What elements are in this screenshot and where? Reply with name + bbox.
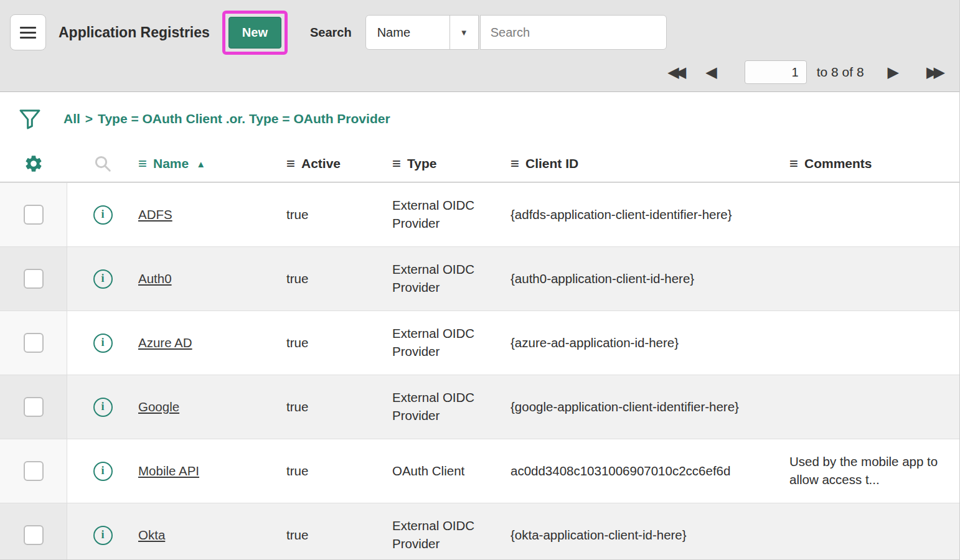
column-header-comments[interactable]: ≡ Comments [789,155,959,172]
first-page-button[interactable]: ◀◀ [665,63,684,81]
row-checkbox[interactable] [24,269,44,289]
row-checkbox[interactable] [24,333,44,353]
search-field-dropdown[interactable]: Name ▼ [365,15,479,50]
cell-client-id: {auth0-application-client-id-here} [511,247,789,310]
info-icon[interactable]: i [93,205,113,225]
table-row: i Google true External OIDC Provider {go… [0,375,959,439]
cell-client-id: {adfds-application-client-identifier-her… [511,183,789,246]
row-checkbox[interactable] [24,525,44,545]
cell-active: true [286,247,392,310]
table-row: i ADFS true External OIDC Provider {adfd… [0,182,959,246]
table-row: i Okta true External OIDC Provider {okta… [0,503,959,560]
cell-comments: Used by the mobile app to allow access t… [789,439,959,503]
column-menu-icon[interactable]: ≡ [392,155,401,172]
cell-type: External OIDC Provider [392,375,511,439]
table-row: i Auth0 true External OIDC Provider {aut… [0,246,959,310]
info-icon[interactable]: i [93,526,113,545]
record-link[interactable]: Mobile API [138,462,199,480]
cell-client-id: ac0dd3408c1031006907010c2cc6ef6d [511,439,789,503]
breadcrumb: All>Type = OAuth Client .or. Type = OAut… [64,111,390,126]
cell-comments [789,183,959,246]
cell-comments [789,503,959,560]
record-link[interactable]: Azure AD [138,334,192,352]
record-link[interactable]: Google [138,398,179,416]
table-row: i Azure AD true External OIDC Provider {… [0,310,959,375]
next-page-button[interactable]: ▶ [885,63,901,81]
header-bar: Application Registries New Search Name ▼… [0,0,959,92]
last-page-button[interactable]: ▶▶ [924,63,943,81]
record-link[interactable]: Auth0 [138,270,172,288]
cell-comments [789,375,959,439]
search-icon[interactable] [93,154,112,173]
cell-active: true [286,311,392,375]
cell-client-id: {azure-ad-application-id-here} [511,311,789,375]
page-number-input[interactable] [745,60,807,84]
table-row: i Mobile API true OAuth Client ac0dd3408… [0,439,959,503]
filter-funnel-icon[interactable] [17,106,42,131]
cell-type: External OIDC Provider [392,183,511,246]
header-row-main: Application Registries New Search Name ▼ [0,0,959,56]
filter-breadcrumb-row: All>Type = OAuth Client .or. Type = OAut… [0,92,959,146]
cell-client-id: {okta-application-client-id-here} [511,503,789,560]
hamburger-menu-button[interactable] [10,14,46,50]
cell-comments [789,311,959,375]
record-link[interactable]: Okta [138,526,165,544]
cell-type: External OIDC Provider [392,311,511,375]
column-menu-icon[interactable]: ≡ [138,155,147,172]
info-icon[interactable]: i [93,398,113,417]
column-header-name[interactable]: ≡ Name ▲ [138,155,286,172]
gear-icon[interactable] [24,154,44,174]
breadcrumb-separator: > [85,111,93,126]
column-header-active[interactable]: ≡ Active [286,155,392,172]
new-button-highlight-annotation: New [222,11,288,55]
pagination-range-label: to 8 of 8 [817,65,864,80]
record-link[interactable]: ADFS [138,206,172,224]
cell-type: External OIDC Provider [392,247,511,310]
cell-active: true [286,439,392,503]
sort-ascending-icon: ▲ [196,159,205,169]
row-checkbox[interactable] [24,461,44,481]
page-title: Application Registries [59,24,210,41]
column-header-client-id[interactable]: ≡ Client ID [511,155,789,172]
cell-type: OAuth Client [392,439,511,503]
row-checkbox[interactable] [24,397,44,417]
application-registries-page: Application Registries New Search Name ▼… [0,0,960,560]
breadcrumb-filter-condition-link[interactable]: Type = OAuth Client .or. Type = OAuth Pr… [98,111,390,126]
column-menu-icon[interactable]: ≡ [789,155,798,172]
column-menu-icon[interactable]: ≡ [511,155,519,172]
cell-active: true [286,375,392,439]
breadcrumb-all-link[interactable]: All [64,111,80,126]
cell-client-id: {google-application-client-identifier-he… [511,375,789,439]
chevron-down-icon: ▼ [449,16,478,49]
table-header-row: ≡ Name ▲ ≡ Active ≡ Type ≡ Client ID ≡ C… [0,146,959,182]
info-icon[interactable]: i [93,269,113,289]
row-checkbox[interactable] [24,205,44,225]
cell-active: true [286,183,392,246]
search-input[interactable] [480,15,667,50]
previous-page-button[interactable]: ◀ [703,63,719,81]
cell-comments [789,247,959,310]
search-label: Search [310,26,352,40]
new-record-button[interactable]: New [228,17,281,49]
info-icon[interactable]: i [93,462,113,481]
cell-type: External OIDC Provider [392,503,511,560]
search-field-selected-value: Name [366,26,449,40]
hamburger-icon [20,27,36,29]
pagination-bar: ◀◀ ◀ to 8 of 8 ▶ ▶▶ [0,56,959,88]
cell-active: true [286,503,392,560]
info-icon[interactable]: i [93,334,113,353]
list-settings-cell [0,154,67,174]
column-menu-icon[interactable]: ≡ [286,155,295,172]
column-search-toggle-cell [67,154,138,173]
column-header-type[interactable]: ≡ Type [392,155,511,172]
